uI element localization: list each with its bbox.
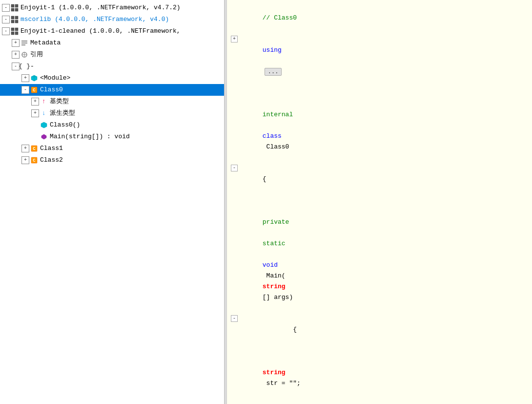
basetype-label: 基类型 [50,97,69,106]
toggle-enjoyit1c[interactable]: - [2,27,10,35]
svg-rect-11 [15,32,18,35]
references-label: 引用 [30,50,43,60]
class-open-brace: { [263,175,266,183]
tree-item-basetype[interactable]: + ↑ 基类型 [0,96,224,107]
class2-icon: C [30,156,38,164]
svg-rect-5 [15,16,18,19]
basetype-icon: ↑ [40,98,48,106]
code-line-comment: // Class0 [231,2,528,34]
svg-rect-12 [21,41,27,42]
svg-rect-2 [11,8,14,11]
ctor-label: Class0() [50,120,80,130]
enjoyit1c-label: Enjoyit-1-cleaned (1.0.0.0, .NETFramewor… [20,26,181,36]
kw-private: private [263,218,289,226]
tree-item-class1[interactable]: + C Class1 [0,143,224,154]
class1-icon: C [30,145,38,152]
code-line-using: + using ... [231,34,528,88]
class1-label: Class1 [40,144,63,153]
toggle-derivedtype[interactable]: + [31,109,39,117]
svg-rect-10 [11,32,14,35]
code-using: using ... [240,34,528,88]
svg-text:C: C [33,147,36,151]
svg-marker-24 [41,134,46,139]
toggle-basetype[interactable]: + [31,98,39,106]
class2-label: Class2 [40,155,63,165]
code-line-str: string str = ""; [231,346,528,400]
tree-item-class2[interactable]: + C Class2 [0,154,224,166]
kw-string1: string [263,369,286,376]
svg-rect-3 [15,8,18,11]
assembly-icon-e1c [11,27,19,35]
kw-void: void [263,261,278,269]
mscorlib-label: mscorlib (4.0.0.0, .NETFramework, v4.0) [20,15,169,24]
ctor-spacer [31,121,39,129]
code-comment: // Class0 [240,2,528,34]
using-keyword: using [263,46,282,54]
tree-item-ctor[interactable]: Class0() [0,119,224,131]
tree-item-main[interactable]: Main(string[]) : void [0,131,224,143]
tree-item-references[interactable]: + 引用 [0,49,224,61]
tree-item-enjoyit1c[interactable]: - Enjoyit-1-cleaned (1.0.0.0, .NETFramew… [0,25,224,37]
tree-item-namespace[interactable]: - { } - [0,61,224,72]
svg-rect-1 [15,4,18,7]
toggle-references[interactable]: + [12,51,20,59]
tree-item-mscorlib[interactable]: - mscorlib (4.0.0.0, .NETFramework, v4.0… [0,14,224,25]
assembly-icon [11,4,19,12]
tree-panel[interactable]: - Enjoyit-1 (1.0.0.0, .NETFramework, v4.… [0,0,225,404]
kw-class: class [263,132,282,140]
svg-rect-8 [11,28,14,31]
namespace-icon: { } [20,63,28,70]
fold-using[interactable]: + [231,36,238,43]
toggle-class1[interactable]: + [21,145,29,152]
tree-item-class0[interactable]: - C Class0 [0,84,224,96]
code-line-blank1 [231,88,528,99]
main-spacer [31,133,39,141]
fold-class[interactable]: - [231,165,238,171]
derivedtype-icon: ↓ [40,109,48,117]
code-line-maindef: private static void Main( string [] args… [231,195,528,314]
kw-static: static [263,240,286,247]
tree-item-enjoyit1[interactable]: - Enjoyit-1 (1.0.0.0, .NETFramework, v4.… [0,2,224,14]
toggle-metadata[interactable]: + [12,39,20,47]
enjoyit1-label: Enjoyit-1 (1.0.0.0, .NETFramework, v4.7.… [20,3,181,13]
code-line-text: string text = ""; [231,400,528,404]
module-label: <Module> [40,73,70,83]
main-icon [40,133,48,141]
svg-marker-23 [41,122,47,128]
tree-item-derivedtype[interactable]: + ↓ 派生类型 [0,107,224,119]
code-line-method-open: - { [231,314,528,346]
svg-text:C: C [33,158,36,163]
code-line-class-open: - { [231,163,528,195]
svg-text:C: C [33,88,36,93]
svg-rect-7 [15,20,18,23]
derivedtype-label: 派生类型 [50,108,75,118]
svg-rect-9 [15,28,18,31]
metadata-icon [20,39,28,47]
class0-label: Class0 [40,85,63,95]
metadata-label: Metadata [30,38,61,48]
toggle-mscorlib[interactable]: - [2,16,10,23]
references-icon [20,51,28,59]
tree-item-module[interactable]: + <Module> [0,72,224,84]
svg-rect-14 [21,44,25,45]
tree-item-metadata[interactable]: + Metadata [0,37,224,49]
svg-rect-13 [21,43,27,43]
main-label: Main(string[]) : void [50,132,130,142]
svg-rect-4 [11,16,14,19]
code-panel: // Class0 + using ... internal class Cla… [227,0,532,404]
toggle-class0[interactable]: - [21,86,29,94]
kw-internal: internal [263,111,293,118]
namespace-label: - [30,62,34,71]
code-line-classdef: internal class Class0 [231,99,528,163]
class0-icon: C [30,86,38,94]
assembly-icon-mscorlib [11,16,19,23]
toggle-module[interactable]: + [21,74,29,82]
toggle-class2[interactable]: + [21,156,29,164]
using-collapsed[interactable]: ... [265,68,282,76]
ctor-icon [40,121,48,129]
svg-rect-0 [11,4,14,7]
fold-method[interactable]: - [231,315,238,322]
kw-string-main: string [263,283,286,290]
svg-rect-6 [11,20,14,23]
toggle-enjoyit1[interactable]: - [2,4,10,12]
